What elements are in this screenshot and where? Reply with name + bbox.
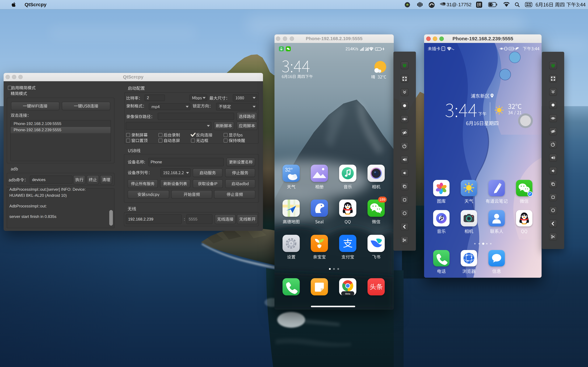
svg-text:3: 3 — [377, 48, 378, 50]
svg-text:32°: 32° — [285, 167, 293, 173]
svg-text:100: 100 — [509, 48, 513, 50]
svg-text:HD: HD — [365, 47, 367, 49]
svg-text:!: ! — [443, 48, 443, 50]
svg-text:Beta: Beta — [345, 292, 350, 295]
